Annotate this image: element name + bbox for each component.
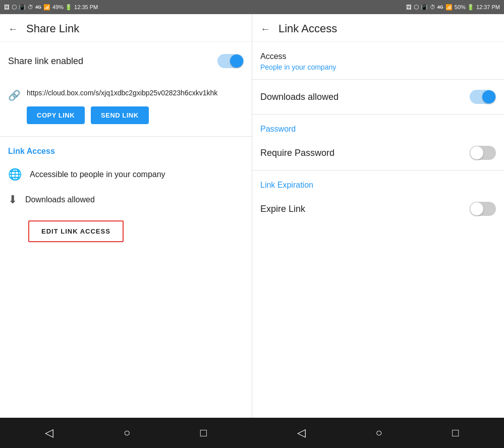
globe-icon: 🌐	[8, 168, 22, 181]
share-link-header: ← Share Link	[0, 14, 252, 42]
nav-back-left[interactable]: ◁	[45, 426, 53, 439]
expire-link-label: Expire Link	[260, 204, 305, 214]
bluetooth-icon-right: ⬡	[414, 4, 419, 11]
time-right: 12:37 PM	[476, 4, 500, 10]
edit-link-access-button[interactable]: EDIT LINK ACCESS	[28, 220, 124, 242]
nav-recent-left[interactable]: □	[200, 426, 207, 439]
link-access-header: ← Link Access	[252, 14, 504, 42]
expire-toggle[interactable]	[470, 202, 496, 216]
nav-recent-right[interactable]: □	[452, 426, 459, 439]
image-icon-right: 🖼	[406, 4, 412, 10]
nav-bar: ◁ ○ □ ◁ ○ □	[0, 418, 504, 448]
signal-4g: 4G	[35, 5, 41, 10]
vibrate-icon-right: 📳	[421, 4, 428, 11]
nav-half-left: ◁ ○ □	[0, 426, 252, 439]
status-bar-left: 🖼 ⬡ 📳 ⏱ 4G 📶 49% 🔋 12:35 PM	[4, 4, 252, 11]
share-link-label: Share link enabled	[8, 56, 83, 67]
downloads-toggle[interactable]	[470, 90, 496, 104]
access-section-value[interactable]: People in your company	[260, 63, 496, 71]
nav-home-right[interactable]: ○	[375, 426, 382, 439]
copy-link-button[interactable]: COPY LINK	[27, 106, 85, 124]
signal-bars-left: 📶	[43, 4, 50, 11]
vibrate-icon: 📳	[19, 4, 26, 11]
image-icon: 🖼	[4, 4, 10, 10]
share-link-toggle[interactable]	[217, 54, 244, 68]
battery-left: 49% 🔋	[52, 4, 72, 11]
access-section: Access People in your company	[252, 42, 504, 80]
screens-container: ← Share Link Share link enabled 🔗 https:…	[0, 14, 504, 418]
expire-toggle-thumb	[470, 202, 483, 215]
company-access-text: Accessible to people in your company	[30, 170, 165, 179]
nav-half-right: ◁ ○ □	[252, 426, 505, 439]
time-left: 12:35 PM	[74, 4, 98, 10]
link-chain-icon: 🔗	[8, 89, 21, 101]
link-expiration-section-title: Link Expiration	[252, 171, 504, 192]
clock-icon: ⏱	[28, 4, 33, 10]
link-section: 🔗 https://cloud.box.com/s/xjq1xdbc2gxibp…	[0, 80, 252, 137]
nav-back-right[interactable]: ◁	[297, 426, 306, 439]
back-arrow-right[interactable]: ←	[260, 23, 270, 35]
back-arrow-left[interactable]: ←	[8, 23, 18, 35]
link-access-content: Access People in your company Downloads …	[252, 42, 504, 418]
status-bar-right: 🖼 ⬡ 📳 ⏱ 4G 📶 50% 🔋 12:37 PM	[252, 4, 500, 11]
nav-home-left[interactable]: ○	[124, 426, 130, 439]
downloads-toggle-thumb	[482, 90, 495, 103]
downloads-allowed-label: Downloads allowed	[260, 92, 339, 102]
share-link-screen: ← Share Link Share link enabled 🔗 https:…	[0, 14, 252, 418]
download-icon: ⬇	[8, 193, 17, 206]
require-password-row: Require Password	[252, 136, 504, 170]
link-buttons: COPY LINK SEND LINK	[27, 106, 244, 124]
battery-right: 50% 🔋	[455, 4, 474, 11]
password-toggle[interactable]	[470, 146, 496, 160]
password-toggle-thumb	[470, 146, 483, 159]
share-link-title: Share Link	[26, 22, 79, 35]
expire-link-row: Expire Link	[252, 192, 504, 226]
signal-4g-right: 4G	[437, 5, 443, 10]
send-link-button[interactable]: SEND LINK	[91, 106, 149, 124]
password-section-title: Password	[252, 115, 504, 136]
link-access-screen: ← Link Access Access People in your comp…	[252, 14, 504, 418]
link-access-title: Link Access	[278, 22, 337, 35]
share-link-content: Share link enabled 🔗 https://cloud.box.c…	[0, 42, 252, 418]
signal-bars-right: 📶	[445, 4, 453, 11]
status-bar: 🖼 ⬡ 📳 ⏱ 4G 📶 49% 🔋 12:35 PM 🖼 ⬡ 📳 ⏱ 4G 📶…	[0, 0, 504, 14]
link-details: https://cloud.box.com/s/xjq1xdbc2gxibp25…	[27, 88, 244, 124]
clock-icon-right: ⏱	[430, 4, 435, 10]
edit-btn-container: EDIT LINK ACCESS	[0, 212, 252, 252]
link-access-section-title: Link Access	[0, 137, 252, 162]
access-section-label: Access	[260, 52, 496, 61]
downloads-item: ⬇ Downloads allowed	[0, 187, 252, 212]
downloads-allowed-row: Downloads allowed	[252, 80, 504, 114]
share-link-enabled-row: Share link enabled	[0, 42, 252, 80]
toggle-thumb	[230, 54, 243, 68]
require-password-label: Require Password	[260, 148, 334, 158]
downloads-text: Downloads allowed	[25, 195, 95, 204]
link-url-text: https://cloud.box.com/s/xjq1xdbc2gxibp25…	[27, 88, 244, 98]
company-access-item: 🌐 Accessible to people in your company	[0, 162, 252, 187]
bluetooth-icon: ⬡	[12, 4, 17, 11]
